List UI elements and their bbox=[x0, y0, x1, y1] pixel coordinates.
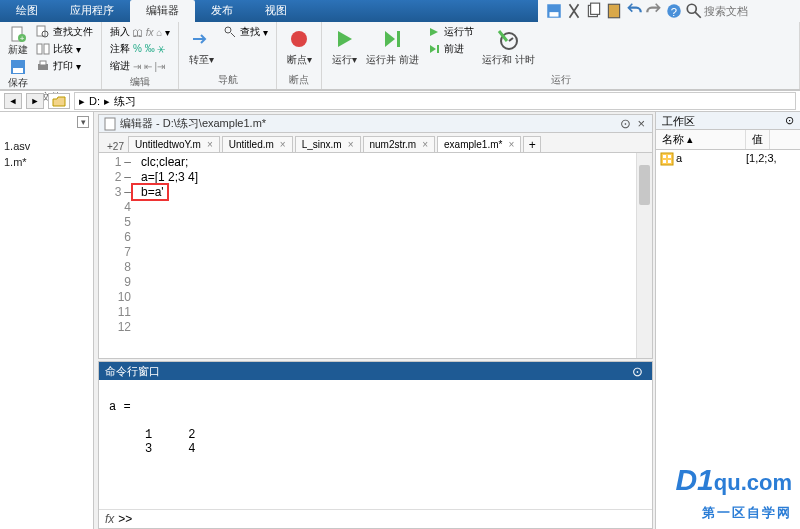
nav-back-button[interactable]: ◄ bbox=[4, 93, 22, 109]
group-bp-label: 断点 bbox=[283, 73, 315, 87]
search-input[interactable] bbox=[704, 5, 794, 17]
path-drive[interactable]: D: bbox=[89, 95, 100, 107]
paste-qat-icon[interactable] bbox=[605, 2, 623, 20]
close-tab-icon[interactable]: × bbox=[422, 139, 428, 150]
print-button[interactable]: 打印▾ bbox=[34, 58, 95, 74]
undo-qat-icon[interactable] bbox=[625, 2, 643, 20]
indent-button[interactable]: 缩进 ⇥ ⇤ |⇥ bbox=[108, 58, 172, 74]
group-nav: 转至▾ 查找▾ 导航 bbox=[179, 22, 277, 89]
editor-panel: 编辑器 - D:\练习\example1.m* ⊙ × +27 Untitled… bbox=[98, 114, 653, 359]
svg-rect-19 bbox=[40, 61, 46, 65]
command-window: 命令行窗口 ⊙ a = 1 2 3 4 fx >> bbox=[98, 361, 653, 529]
run-section-button[interactable]: 运行节 bbox=[425, 24, 476, 40]
center-panel: 编辑器 - D:\练习\example1.m* ⊙ × +27 Untitled… bbox=[94, 112, 655, 529]
command-titlebar: 命令行窗口 ⊙ bbox=[99, 362, 652, 380]
copy-qat-icon[interactable] bbox=[585, 2, 603, 20]
main-area: ▾ 1.asv 1.m* 编辑器 - D:\练习\example1.m* ⊙ ×… bbox=[0, 112, 800, 529]
help-qat-icon[interactable]: ? bbox=[665, 2, 683, 20]
col-value[interactable]: 值 bbox=[746, 130, 770, 149]
folder-up-button[interactable] bbox=[48, 93, 70, 109]
svg-rect-1 bbox=[550, 12, 559, 17]
group-run: 运行▾ 运行并 前进 运行节 前进 运行和 计时 运行 bbox=[322, 22, 800, 89]
code-area[interactable]: 1– 2– 3– 4 5 6 7 8 9 10 11 12 clc;clear;… bbox=[99, 153, 652, 358]
address-path[interactable]: ▸D: ▸练习 bbox=[74, 92, 796, 110]
file-tab-4[interactable]: example1.m*× bbox=[437, 136, 521, 152]
goto-line[interactable]: +27 bbox=[103, 141, 128, 152]
col-name[interactable]: 名称 ▴ bbox=[656, 130, 746, 149]
new-button[interactable]: +新建 bbox=[6, 24, 30, 56]
editor-title-text: 编辑器 - D:\练习\example1.m* bbox=[120, 116, 266, 131]
find-button[interactable]: 查找▾ bbox=[221, 24, 270, 40]
svg-point-7 bbox=[687, 4, 696, 13]
code-text[interactable]: clc;clear; a=[1 2;3 4] b=a' bbox=[135, 153, 636, 358]
run-advance-button[interactable]: 运行并 前进 bbox=[364, 24, 421, 66]
editor-file-tabs: +27 UntitledtwoY.m× Untitled.m× L_sinx.m… bbox=[99, 133, 652, 153]
comment-button[interactable]: 注释 % ‰ ⚹ bbox=[108, 41, 172, 57]
insert-button[interactable]: 插入 🕮 fx ⌂▾ bbox=[108, 24, 172, 40]
file-tab-3[interactable]: num2str.m× bbox=[363, 136, 436, 152]
group-edit: 插入 🕮 fx ⌂▾ 注释 % ‰ ⚹ 缩进 ⇥ ⇤ |⇥ 编辑 bbox=[102, 22, 179, 89]
workspace-panel: 工作区⊙ 名称 ▴ 值 a [1,2;3, bbox=[655, 112, 800, 529]
line-gutter: 1– 2– 3– 4 5 6 7 8 9 10 11 12 bbox=[99, 153, 135, 358]
svg-rect-31 bbox=[668, 160, 671, 163]
editor-titlebar: 编辑器 - D:\练习\example1.m* ⊙ × bbox=[99, 115, 652, 133]
search-icon[interactable] bbox=[685, 2, 703, 20]
tab-publish[interactable]: 发布 bbox=[195, 0, 249, 22]
path-folder[interactable]: 练习 bbox=[114, 94, 136, 109]
tab-apps[interactable]: 应用程序 bbox=[54, 0, 130, 22]
address-bar: ◄ ► ▸D: ▸练习 bbox=[0, 90, 800, 112]
svg-rect-16 bbox=[37, 44, 42, 54]
var-value: [1,2;3, bbox=[746, 152, 777, 166]
command-prompt[interactable]: fx >> bbox=[99, 509, 652, 528]
run-button[interactable]: 运行▾ bbox=[328, 24, 360, 66]
file-tab-2[interactable]: L_sinx.m× bbox=[295, 136, 361, 152]
close-tab-icon[interactable]: × bbox=[508, 139, 514, 150]
svg-rect-29 bbox=[668, 155, 671, 158]
goto-button[interactable]: 转至▾ bbox=[185, 24, 217, 66]
advance-button[interactable]: 前进 bbox=[425, 41, 476, 57]
save-button[interactable]: 保存 bbox=[6, 57, 30, 89]
command-title-text: 命令行窗口 bbox=[105, 364, 160, 379]
findfiles-button[interactable]: 查找文件 bbox=[34, 24, 95, 40]
workspace-title: 工作区⊙ bbox=[656, 112, 800, 130]
file-tab-1[interactable]: Untitled.m× bbox=[222, 136, 293, 152]
group-file: +新建 保存 查找文件 比较▾ 打印▾ 文件 bbox=[0, 22, 102, 89]
redo-qat-icon[interactable] bbox=[645, 2, 663, 20]
compare-button[interactable]: 比较▾ bbox=[34, 41, 95, 57]
file-browser: ▾ 1.asv 1.m* bbox=[0, 112, 94, 529]
svg-line-8 bbox=[695, 12, 701, 18]
breakpoint-button[interactable]: 断点▾ bbox=[283, 24, 315, 66]
nav-fwd-button[interactable]: ► bbox=[26, 93, 44, 109]
file-item-m[interactable]: 1.m* bbox=[4, 154, 89, 170]
file-tab-0[interactable]: UntitledtwoY.m× bbox=[128, 136, 220, 152]
editor-scrollbar[interactable] bbox=[636, 153, 652, 358]
svg-text:+: + bbox=[20, 34, 25, 43]
variable-icon bbox=[660, 152, 674, 166]
tab-plot[interactable]: 绘图 bbox=[0, 0, 54, 22]
command-output[interactable]: a = 1 2 3 4 bbox=[99, 380, 652, 509]
svg-rect-13 bbox=[13, 68, 23, 73]
add-tab-button[interactable]: + bbox=[523, 136, 541, 152]
ribbon-body: +新建 保存 查找文件 比较▾ 打印▾ 文件 插入 🕮 fx ⌂▾ 注释 % ‰… bbox=[0, 22, 800, 90]
tab-editor[interactable]: 编辑器 bbox=[130, 0, 195, 22]
file-browser-menu[interactable]: ▾ bbox=[77, 116, 89, 128]
var-name: a bbox=[676, 152, 746, 166]
workspace-row[interactable]: a [1,2;3, bbox=[656, 150, 800, 168]
editor-icon bbox=[103, 117, 117, 131]
group-edit-label: 编辑 bbox=[108, 75, 172, 89]
workspace-dropdown[interactable]: ⊙ bbox=[785, 114, 794, 127]
run-time-button[interactable]: 运行和 计时 bbox=[480, 24, 537, 66]
cut-qat-icon[interactable] bbox=[565, 2, 583, 20]
svg-rect-26 bbox=[105, 118, 115, 130]
tab-view[interactable]: 视图 bbox=[249, 0, 303, 22]
group-nav-label: 导航 bbox=[185, 73, 270, 87]
save-qat-icon[interactable] bbox=[545, 2, 563, 20]
close-tab-icon[interactable]: × bbox=[280, 139, 286, 150]
close-tab-icon[interactable]: × bbox=[207, 139, 213, 150]
editor-dropdown[interactable]: ⊙ bbox=[617, 116, 634, 131]
command-dropdown[interactable]: ⊙ bbox=[629, 364, 646, 379]
group-run-label: 运行 bbox=[328, 73, 793, 87]
close-tab-icon[interactable]: × bbox=[348, 139, 354, 150]
file-item-asv[interactable]: 1.asv bbox=[4, 138, 89, 154]
editor-close-button[interactable]: × bbox=[634, 116, 648, 131]
